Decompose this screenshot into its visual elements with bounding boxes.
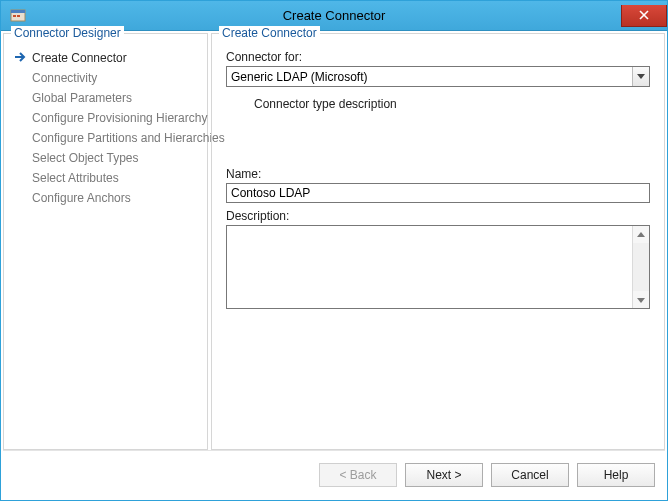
close-icon [639,10,649,20]
sidebar-header: Connector Designer [11,26,124,40]
next-button[interactable]: Next > [405,463,483,487]
step-connectivity[interactable]: Connectivity [12,68,199,88]
current-step-arrow-icon [14,51,28,63]
connector-for-dropdown[interactable]: Generic LDAP (Microsoft) [226,66,650,87]
form-area: Connector for: Generic LDAP (Microsoft) … [220,42,656,441]
app-icon [10,8,26,24]
svg-rect-2 [13,15,16,17]
scroll-up-icon [633,226,649,243]
close-button[interactable] [621,5,667,27]
step-configure-anchors[interactable]: Configure Anchors [12,188,199,208]
svg-rect-3 [17,15,20,17]
step-label: Select Object Types [32,151,139,165]
step-label: Create Connector [32,51,127,65]
name-label: Name: [226,167,650,181]
connector-type-description: Connector type description [254,97,650,111]
description-scrollbar[interactable] [632,226,649,308]
svg-rect-1 [11,10,25,13]
step-label: Configure Provisioning Hierarchy [32,111,207,125]
step-label: Select Attributes [32,171,119,185]
name-input[interactable] [226,183,650,203]
step-label: Configure Partitions and Hierarchies [32,131,225,145]
description-input[interactable] [227,226,632,308]
create-connector-window: Create Connector Connector Designer Crea… [0,0,668,501]
step-select-attributes[interactable]: Select Attributes [12,168,199,188]
description-label: Description: [226,209,650,223]
window-title: Create Connector [1,8,667,23]
step-configure-provisioning-hierarchy[interactable]: Configure Provisioning Hierarchy [12,108,199,128]
step-create-connector[interactable]: Create Connector [12,48,199,68]
step-label: Global Parameters [32,91,132,105]
connector-designer-panel: Connector Designer Create Connector Conn… [3,33,208,450]
main-header: Create Connector [219,26,320,40]
connector-for-label: Connector for: [226,50,650,64]
description-field-wrap [226,225,650,309]
back-button[interactable]: < Back [319,463,397,487]
create-connector-panel: Create Connector Connector for: Generic … [211,33,665,450]
step-select-object-types[interactable]: Select Object Types [12,148,199,168]
step-label: Connectivity [32,71,97,85]
step-label: Configure Anchors [32,191,131,205]
button-bar: < Back Next > Cancel Help [3,450,665,498]
scroll-down-icon [633,291,649,308]
help-button[interactable]: Help [577,463,655,487]
wizard-steps: Create Connector Connectivity Global Par… [12,48,199,208]
step-global-parameters[interactable]: Global Parameters [12,88,199,108]
step-configure-partitions-hierarchies[interactable]: Configure Partitions and Hierarchies [12,128,199,148]
connector-for-value: Generic LDAP (Microsoft) [231,70,367,84]
dropdown-arrow-icon [632,67,649,86]
cancel-button[interactable]: Cancel [491,463,569,487]
